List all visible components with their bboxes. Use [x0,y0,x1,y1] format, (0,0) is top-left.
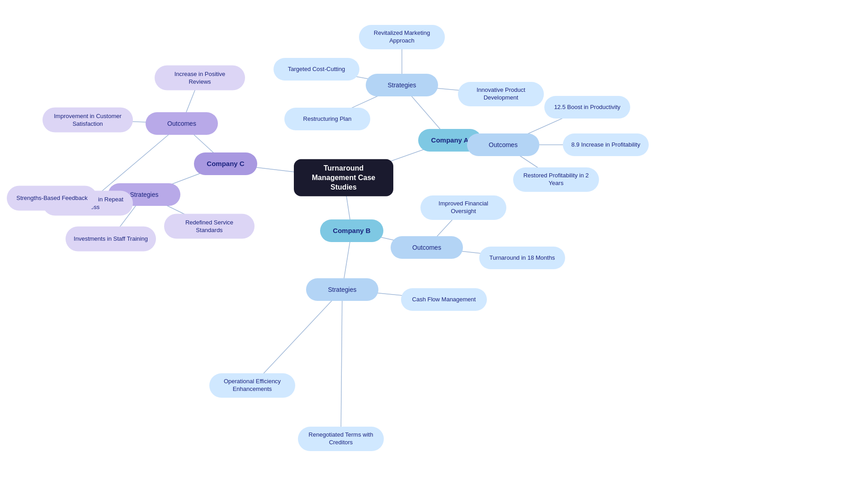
restructuring-plan-node: Restructuring Plan [284,108,370,130]
increase-profitability-node: 8.9 Increase in Profitability [563,133,649,156]
financial-oversight-node: Improved Financial Oversight [420,195,506,220]
svg-line-16 [252,290,342,385]
svg-line-18 [341,290,342,439]
service-standards-node: Redefined Service Standards [164,214,255,239]
renegotiated-terms-node: Renegotiated Terms with Creditors [298,427,384,451]
targeted-cost-cutting-node: Targeted Cost-Cutting [274,58,359,81]
company-c-node: Company C [194,152,257,175]
strengths-feedback-node: Strengths-Based Feedback [7,186,97,211]
customer-satisfaction-node: Improvement in Customer Satisfaction [42,108,133,133]
center-node: Turnaround Management Case Studies [294,159,393,196]
company-a-strategies-node: Strategies [366,74,438,96]
operational-efficiency-node: Operational Efficiency Enhancements [209,373,295,398]
revitalized-marketing-node: Revitalized Marketing Approach [359,25,445,49]
company-b-outcomes-node: Outcomes [391,236,463,259]
boost-productivity-node: 12.5 Boost in Productivity [544,96,630,119]
staff-training-node: Investments in Staff Training [66,227,156,252]
cash-flow-management-node: Cash Flow Management [401,288,487,311]
innovative-product-node: Innovative Product Development [458,82,544,106]
company-b-strategies-node: Strategies [306,278,378,301]
company-a-outcomes-node: Outcomes [467,133,539,156]
restored-profitability-node: Restored Profitability in 2 Years [513,167,599,192]
company-b-node: Company B [320,219,383,242]
company-c-outcomes-node: Outcomes [146,112,218,135]
mind-map-canvas: Turnaround Management Case Studies Compa… [0,0,868,490]
turnaround-18-months-node: Turnaround in 18 Months [479,247,565,269]
positive-reviews-node: Increase in Positive Reviews [155,66,245,90]
